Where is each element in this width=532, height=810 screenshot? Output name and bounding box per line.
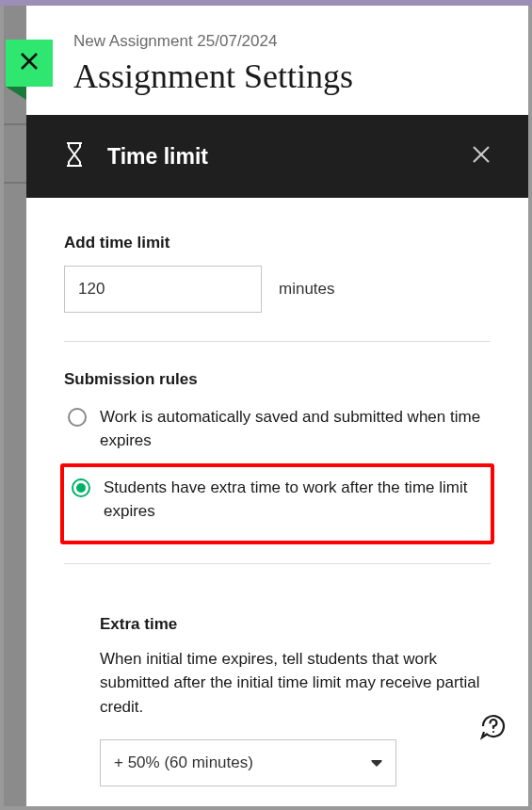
section-close-button[interactable] xyxy=(472,145,491,168)
highlight-box: Students have extra time to work after t… xyxy=(60,463,494,543)
help-button[interactable] xyxy=(479,712,508,744)
radio-icon xyxy=(68,408,87,427)
submission-rules-label: Submission rules xyxy=(64,370,491,389)
chevron-down-icon xyxy=(371,753,382,772)
radio-icon xyxy=(72,478,90,497)
extra-time-label: Extra time xyxy=(100,615,491,634)
time-limit-label: Add time limit xyxy=(64,234,491,252)
divider xyxy=(64,563,491,564)
close-icon xyxy=(472,151,491,167)
svg-point-4 xyxy=(492,731,494,733)
section-header: Time limit xyxy=(26,115,528,198)
radio-option-auto-submit[interactable]: Work is automatically saved and submitte… xyxy=(64,402,491,463)
radio-label: Work is automatically saved and submitte… xyxy=(100,406,491,452)
help-icon xyxy=(479,727,508,743)
time-limit-input[interactable] xyxy=(64,266,262,313)
close-icon xyxy=(18,50,40,76)
extra-time-select[interactable]: + 50% (60 minutes) xyxy=(100,739,396,786)
radio-option-extra-time[interactable]: Students have extra time to work after t… xyxy=(68,473,487,534)
page-title: Assignment Settings xyxy=(73,57,491,96)
section-title: Time limit xyxy=(107,144,472,170)
hourglass-icon xyxy=(64,141,85,171)
divider xyxy=(64,341,491,342)
close-panel-button[interactable] xyxy=(6,40,53,87)
radio-label: Students have extra time to work after t… xyxy=(104,477,487,523)
extra-time-description: When initial time expires, tell students… xyxy=(100,647,491,720)
time-limit-unit: minutes xyxy=(279,280,335,299)
breadcrumb: New Assignment 25/07/2024 xyxy=(73,32,491,51)
select-value: + 50% (60 minutes) xyxy=(114,753,253,772)
